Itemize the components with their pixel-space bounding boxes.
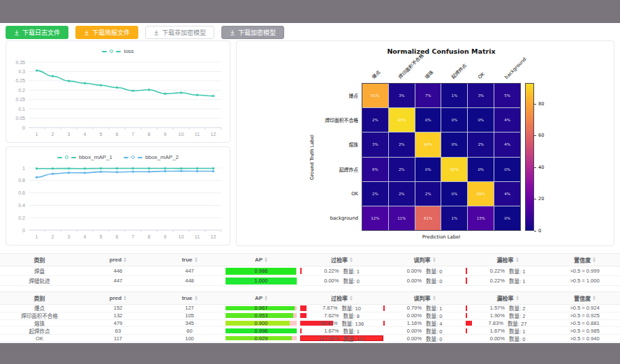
cm-cell: 0%: [441, 108, 467, 132]
column-header-label: AP: [255, 257, 263, 263]
column-header-ap[interactable]: AP: [222, 254, 300, 266]
table-row: 焊印面积不合格1321050.9537.62%数量: 80.00%数量: 01.…: [0, 312, 620, 320]
cm-col-label: 焊印面积不合格: [397, 52, 425, 80]
legend-item-loss[interactable]: loss: [102, 46, 133, 56]
cell-value: 焊盘: [34, 267, 45, 275]
sort-icon[interactable]: [433, 296, 436, 301]
column-header-ap[interactable]: AP: [222, 292, 300, 304]
rate-percent: 0.22%: [490, 278, 505, 284]
cm-cell: 5%: [494, 84, 520, 107]
column-header-overkill[interactable]: 过检率: [300, 254, 383, 266]
colorbar-tick-label: 0: [538, 228, 541, 234]
cell-value: 447: [114, 278, 123, 284]
cell-value: 345: [185, 320, 194, 326]
rate-count: 数量: 8: [343, 312, 359, 319]
sort-icon[interactable]: [593, 296, 596, 301]
cm-cell: 0%: [415, 108, 441, 132]
column-header-label: 漏检率: [497, 294, 514, 302]
download-encrypted-model-button[interactable]: 下载加密模型: [221, 26, 284, 39]
svg-text:0.2: 0.2: [18, 215, 25, 220]
cm-cell: 1%: [441, 84, 467, 107]
cell-value: 60: [186, 328, 192, 334]
column-header-confidence[interactable]: 置信度: [549, 254, 620, 266]
column-header-true[interactable]: true: [157, 292, 222, 304]
rate-bar: [383, 305, 385, 310]
cm-row-label: 焊印面积不合格: [325, 116, 358, 123]
column-header-label: 误判率: [414, 294, 431, 302]
sort-icon[interactable]: [516, 296, 519, 301]
download-report-button[interactable]: 下载简报文件: [75, 26, 138, 39]
cm-cell: 2%: [389, 132, 415, 156]
metrics-table-2: 类别predtrueAP过检率误判率漏检率置信度爆点1521270.9677.8…: [0, 291, 620, 342]
sort-icon[interactable]: [124, 257, 126, 262]
cm-cell: 2%: [362, 182, 388, 206]
sort-icon[interactable]: [265, 296, 267, 301]
confusion-matrix-column-labels: 爆点焊印面积不合格熔珠起焊炸点OKbackground: [362, 55, 521, 82]
rate-percent: 0.00%: [490, 335, 505, 342]
sort-icon[interactable]: [350, 257, 353, 262]
column-header-pred[interactable]: pred: [79, 292, 157, 304]
cell-confidence: >0.5 = 0.985: [549, 327, 620, 334]
cm-cell: 6%: [362, 158, 388, 181]
svg-text:4: 4: [84, 132, 87, 137]
rate-count: 数量: 10: [341, 305, 361, 312]
column-header-confidence[interactable]: 置信度: [549, 292, 620, 304]
rate-percent: 0.00%: [407, 328, 422, 334]
column-header-label: true: [182, 257, 192, 263]
column-header-overkill[interactable]: 过检率: [300, 292, 383, 304]
sort-icon[interactable]: [195, 296, 198, 301]
rate-count: 数量: 2: [509, 312, 525, 319]
column-header-pred[interactable]: pred: [79, 254, 157, 266]
sort-icon[interactable]: [265, 257, 267, 262]
sort-icon[interactable]: [433, 257, 436, 262]
cell-pred: 479: [79, 320, 157, 327]
cell-miss: 0.00%数量: 0: [466, 335, 549, 342]
cm-cell: 90%: [415, 132, 441, 156]
cell-ap: 0.967: [222, 305, 300, 312]
column-header-true[interactable]: true: [157, 254, 222, 266]
sort-icon[interactable]: [516, 257, 519, 262]
cell-miss: 1.57%数量: 2: [466, 305, 549, 312]
cell-value: 63: [115, 328, 121, 334]
download-log-button[interactable]: 下载日志文件: [6, 26, 68, 39]
confusion-matrix-card: Normalized Confusion Matrix 爆点焊印面积不合格熔珠起…: [236, 40, 614, 246]
button-label: 下载日志文件: [22, 28, 60, 37]
cell-value: 爆点: [34, 305, 45, 312]
rate-bar: [300, 335, 383, 342]
cm-cell-value: 2%: [372, 192, 378, 196]
cm-cell-value: 3%: [478, 93, 484, 98]
rate-count: 数量: 1: [509, 327, 525, 334]
cm-row-label: 起焊炸点: [339, 166, 358, 173]
svg-text:0.4: 0.4: [18, 203, 25, 208]
cm-cell: 92%: [441, 158, 467, 181]
cell-value: OK: [36, 335, 43, 342]
cell-value: 焊缝轨迹: [29, 277, 50, 285]
column-header-misjudge[interactable]: 误判率: [383, 292, 466, 304]
rate-count: 数量: 1: [426, 305, 442, 312]
cm-cell: 3%: [389, 84, 415, 107]
sort-icon[interactable]: [124, 296, 126, 301]
cell-confidence: >0.5 = 0.881: [549, 320, 620, 327]
rate-percent: 7.83%: [489, 320, 503, 326]
svg-text:10: 10: [179, 234, 184, 239]
cell-overkill: 1.67%数量: 1: [300, 327, 383, 334]
legend-item-bbox_mAP_2[interactable]: bbox_mAP_2: [124, 152, 179, 162]
sort-icon[interactable]: [350, 296, 353, 301]
sort-icon[interactable]: [593, 257, 596, 262]
cell-overkill: 39.42%数量: 136: [300, 320, 383, 327]
download-unencrypted-model-button[interactable]: 下载非加密模型: [145, 26, 214, 39]
column-header-miss[interactable]: 漏检率: [466, 292, 549, 304]
cm-row-label: background: [330, 215, 358, 221]
cm-cell: 2%: [468, 132, 494, 156]
cm-col-label: 起焊炸点: [450, 62, 468, 80]
rate-count: 数量: 27: [508, 320, 527, 327]
legend-item-bbox_mAP_1[interactable]: bbox_mAP_1: [57, 152, 112, 162]
column-header-label: AP: [255, 295, 263, 301]
column-header-misjudge[interactable]: 误判率: [383, 254, 466, 266]
cell-category: 起焊炸点: [0, 327, 79, 334]
cell-pred: 152: [79, 305, 157, 312]
sort-icon[interactable]: [195, 257, 198, 262]
cell-miss: 0.22%数量: 1: [466, 266, 549, 275]
column-header-miss[interactable]: 漏检率: [466, 254, 549, 266]
svg-text:1: 1: [36, 132, 38, 137]
